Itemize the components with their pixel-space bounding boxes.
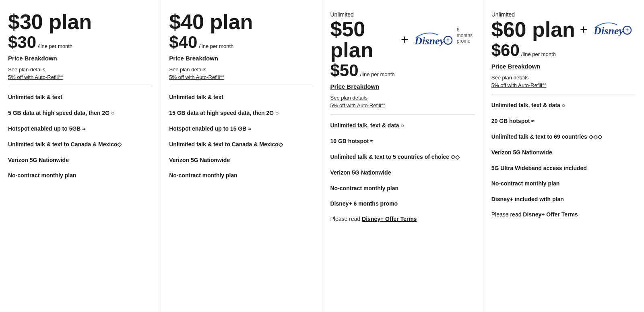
feature-item: No-contract monthly plan [169, 172, 314, 179]
plan-column-plan-60: Unlimited $60 plan + Disney + $60 /line … [483, 0, 644, 312]
feature-item: 10 GB hotspot ≈ [330, 137, 475, 145]
plan-title: $50 plan [330, 19, 396, 60]
feature-item: No-contract monthly plan [330, 185, 475, 192]
feature-item: Verizon 5G Nationwide [169, 156, 314, 164]
feature-item: No-contract monthly plan [8, 172, 153, 179]
features-list: Unlimited talk, text & data ○20 GB hotsp… [491, 102, 636, 203]
disney-plus-logo: Disney + [592, 19, 633, 40]
feature-item: 5 GB data at high speed data, then 2G ○ [8, 109, 153, 117]
plan-title: $30 plan [8, 11, 92, 32]
disney-logo-wrapper: Disney + [592, 19, 633, 40]
price-row: $40 /line per month [169, 34, 314, 51]
disney-offer-terms-link[interactable]: Disney+ Offer Terms [523, 211, 578, 218]
plan-title-row: $50 plan + Disney + 6 months promo [330, 19, 475, 60]
svg-text:+: + [446, 37, 450, 43]
divider [491, 94, 636, 94]
see-plan-details-link[interactable]: See plan details [8, 67, 153, 73]
price-sub: /line per month [360, 71, 395, 77]
feature-item: No-contract monthly plan [491, 180, 636, 187]
plan-title: $60 plan [491, 19, 575, 40]
features-list: Unlimited talk, text & data ○10 GB hotsp… [330, 122, 475, 208]
disney-offer-terms-link[interactable]: Disney+ Offer Terms [362, 216, 417, 222]
plan-title-row: $40 plan [169, 11, 314, 32]
feature-item: Verizon 5G Nationwide [330, 169, 475, 177]
feature-item: Unlimited talk & text to Canada & Mexico… [169, 141, 314, 148]
features-list: Unlimited talk & text5 GB data at high s… [8, 94, 153, 179]
plan-title-row: $30 plan [8, 11, 153, 32]
divider [8, 86, 153, 86]
feature-item: Unlimited talk & text to 69 countries ◇◇… [491, 133, 636, 141]
price-row: $50 /line per month [330, 62, 475, 79]
plan-links: See plan details 5% off with Auto-Refill… [330, 95, 475, 108]
feature-item: Unlimited talk & text [8, 94, 153, 101]
auto-refill-link[interactable]: 5% off with Auto-Refill°° [491, 82, 636, 88]
please-read-text: Please read [491, 211, 523, 218]
price-row: $30 /line per month [8, 34, 153, 51]
auto-refill-link[interactable]: 5% off with Auto-Refill°° [169, 74, 314, 80]
plan-unlimited-label: Unlimited [330, 11, 475, 18]
price-amount: $40 [169, 34, 197, 51]
plan-title: $40 plan [169, 11, 253, 32]
svg-text:Disney: Disney [414, 35, 444, 47]
disney-plus-logo: Disney + [413, 29, 454, 50]
auto-refill-link[interactable]: 5% off with Auto-Refill°° [330, 102, 475, 108]
plan-links: See plan details 5% off with Auto-Refill… [491, 75, 636, 88]
feature-item: Disney+ included with plan [491, 196, 636, 203]
feature-item: Disney+ 6 months promo [330, 200, 475, 208]
plan-title-row: $60 plan + Disney + [491, 19, 636, 40]
feature-item: 20 GB hotspot ≈ [491, 117, 636, 125]
price-breakdown-link[interactable]: Price Breakdown [330, 83, 380, 90]
price-breakdown-link[interactable]: Price Breakdown [8, 55, 57, 62]
svg-text:Disney: Disney [593, 25, 623, 37]
feature-item: Unlimited talk & text to Canada & Mexico… [8, 141, 153, 148]
see-plan-details-link[interactable]: See plan details [330, 95, 475, 101]
promo-text: 6 months promo [457, 27, 475, 44]
price-amount: $60 [491, 42, 520, 59]
disney-logo-wrapper: Disney + 6 months promo [413, 29, 475, 50]
feature-item: Verizon 5G Nationwide [8, 156, 153, 164]
auto-refill-link[interactable]: 5% off with Auto-Refill°° [8, 74, 153, 80]
price-row: $60 /line per month [491, 42, 636, 59]
divider [330, 114, 475, 114]
price-sub: /line per month [38, 43, 72, 49]
price-breakdown-link[interactable]: Price Breakdown [169, 55, 218, 62]
feature-item: Unlimited talk & text to 5 countries of … [330, 153, 475, 161]
feature-item: Unlimited talk, text & data ○ [330, 122, 475, 129]
plus-sign: + [401, 32, 409, 47]
disney-offer-row: Please read Disney+ Offer Terms [491, 211, 636, 218]
disney-offer-row: Please read Disney+ Offer Terms [330, 216, 475, 222]
plan-links: See plan details 5% off with Auto-Refill… [8, 67, 153, 80]
feature-item: Unlimited talk & text [169, 94, 314, 101]
please-read-text: Please read [330, 216, 362, 222]
plan-column-plan-40: $40 plan $40 /line per month Price Break… [161, 0, 322, 312]
feature-item: Hotspot enabled up to 5GB ≈ [8, 125, 153, 133]
plan-column-plan-50: Unlimited $50 plan + Disney + 6 months p… [322, 0, 483, 312]
price-amount: $30 [8, 34, 36, 51]
see-plan-details-link[interactable]: See plan details [169, 67, 314, 73]
price-sub: /line per month [521, 51, 556, 57]
feature-item: Unlimited talk, text & data ○ [491, 102, 636, 109]
price-amount: $50 [330, 62, 359, 79]
plan-unlimited-label: Unlimited [491, 11, 636, 18]
plan-links: See plan details 5% off with Auto-Refill… [169, 67, 314, 80]
feature-item: Verizon 5G Nationwide [491, 149, 636, 156]
plan-column-plan-30: $30 plan $30 /line per month Price Break… [0, 0, 161, 312]
price-breakdown-link[interactable]: Price Breakdown [491, 63, 541, 70]
svg-text:+: + [625, 27, 629, 33]
features-list: Unlimited talk & text15 GB data at high … [169, 94, 314, 179]
feature-item: 15 GB data at high speed data, then 2G ○ [169, 109, 314, 117]
price-sub: /line per month [199, 43, 233, 49]
see-plan-details-link[interactable]: See plan details [491, 75, 636, 81]
feature-item: Hotspot enabled up to 15 GB ≈ [169, 125, 314, 133]
plans-container: $30 plan $30 /line per month Price Break… [0, 0, 644, 312]
divider [169, 86, 314, 86]
plus-sign: + [580, 22, 588, 37]
feature-item: 5G Ultra Wideband access included [491, 164, 636, 172]
